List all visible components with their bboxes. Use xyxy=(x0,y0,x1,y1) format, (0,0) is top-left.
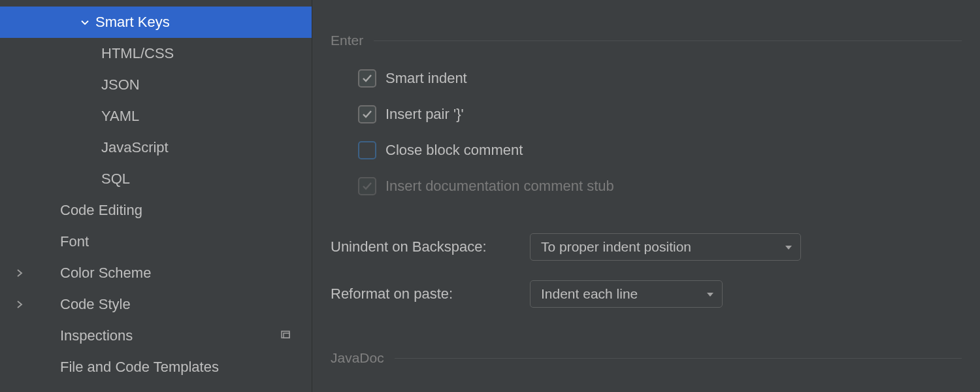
sidebar-item-label: Font xyxy=(60,233,89,250)
sidebar-item-label: JavaScript xyxy=(101,139,169,156)
section-title: JavaDoc xyxy=(331,350,384,366)
chevron-down-icon xyxy=(80,17,90,27)
sidebar-item-color-scheme[interactable]: Color Scheme xyxy=(0,257,312,289)
sidebar-item-label: Inspections xyxy=(60,327,133,344)
checkbox-insert-pair[interactable] xyxy=(358,105,376,123)
sidebar-item-label: HTML/CSS xyxy=(101,45,174,62)
sidebar-item-label: File and Code Templates xyxy=(60,359,219,376)
checkbox-label: Close block comment xyxy=(385,142,523,159)
overlay-icon xyxy=(280,328,292,344)
sidebar-item-code-editing[interactable]: Code Editing xyxy=(0,195,312,226)
settings-sidebar: Smart Keys HTML/CSS JSON YAML JavaScript… xyxy=(0,0,312,392)
sidebar-item-label: Code Style xyxy=(60,296,131,313)
checkbox-row-insert-pair: Insert pair '}' xyxy=(331,96,980,132)
chevron-right-icon xyxy=(15,265,24,281)
sidebar-item-smart-keys[interactable]: Smart Keys xyxy=(0,7,312,38)
select-unindent[interactable]: To proper indent position xyxy=(530,233,801,261)
sidebar-item-code-style[interactable]: Code Style xyxy=(0,289,312,320)
select-value: To proper indent position xyxy=(541,239,691,255)
settings-content: Enter Smart indent Insert pair '}' Close… xyxy=(312,0,980,392)
checkbox-insert-doc-stub xyxy=(358,177,376,195)
sidebar-item-json[interactable]: JSON xyxy=(0,69,312,101)
checkbox-label: Insert documentation comment stub xyxy=(385,178,614,195)
form-label-unindent: Unindent on Backspace: xyxy=(331,238,530,255)
divider xyxy=(374,41,962,41)
section-header-enter: Enter xyxy=(331,33,980,48)
sidebar-item-label: SQL xyxy=(101,171,130,188)
select-value: Indent each line xyxy=(541,286,638,302)
sidebar-item-label: JSON xyxy=(101,76,140,93)
sidebar-item-file-templates[interactable]: File and Code Templates xyxy=(0,351,312,383)
chevron-down-icon xyxy=(706,286,714,302)
select-reformat[interactable]: Indent each line xyxy=(530,280,723,308)
checkbox-close-block-comment[interactable] xyxy=(358,141,376,159)
form-row-reformat: Reformat on paste: Indent each line xyxy=(331,270,980,318)
checkbox-label: Insert pair '}' xyxy=(385,106,464,123)
divider xyxy=(395,358,962,359)
sidebar-item-yaml[interactable]: YAML xyxy=(0,101,312,132)
svg-rect-1 xyxy=(284,333,289,338)
sidebar-item-inspections[interactable]: Inspections xyxy=(0,320,312,351)
sidebar-item-label: YAML xyxy=(101,108,139,125)
sidebar-item-label: Smart Keys xyxy=(95,14,170,31)
sidebar-item-html-css[interactable]: HTML/CSS xyxy=(0,38,312,69)
sidebar-item-sql[interactable]: SQL xyxy=(0,163,312,195)
section-title: Enter xyxy=(331,33,363,48)
checkbox-row-insert-doc-stub: Insert documentation comment stub xyxy=(331,168,980,204)
form-row-unindent: Unindent on Backspace: To proper indent … xyxy=(331,223,980,270)
chevron-right-icon xyxy=(15,297,24,312)
sidebar-item-javascript[interactable]: JavaScript xyxy=(0,132,312,163)
checkbox-row-smart-indent: Smart indent xyxy=(331,60,980,96)
checkbox-label: Smart indent xyxy=(385,70,467,87)
checkbox-row-close-block-comment: Close block comment xyxy=(331,132,980,168)
form-label-reformat: Reformat on paste: xyxy=(331,286,530,302)
sidebar-item-label: Color Scheme xyxy=(60,265,151,282)
sidebar-item-font[interactable]: Font xyxy=(0,226,312,257)
chevron-down-icon xyxy=(785,239,792,255)
section-header-javadoc: JavaDoc xyxy=(331,350,980,366)
sidebar-item-label: Code Editing xyxy=(60,202,142,219)
checkbox-smart-indent[interactable] xyxy=(358,69,376,88)
